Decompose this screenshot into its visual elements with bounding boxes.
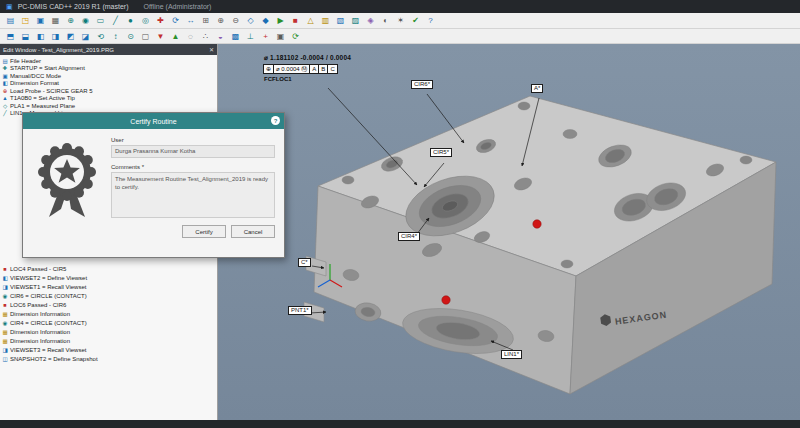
help[interactable]: ? [424, 14, 437, 27]
tree-item[interactable]: ◨ VIEWSET3 = Recall Viewset [2, 345, 217, 354]
check-certify[interactable]: ✔ [409, 14, 422, 27]
tree-item-icon: ◫ [2, 356, 8, 362]
cancel-button[interactable]: Cancel [231, 225, 275, 238]
tree-item-icon: ▣ [2, 73, 8, 79]
cad-rotate[interactable]: ⟲ [94, 30, 107, 43]
level-feature[interactable]: ⊥ [244, 30, 257, 43]
refresh-graphics[interactable]: ⟳ [289, 30, 302, 43]
probe-utilities[interactable]: ⊕ [64, 14, 77, 27]
feature-label-pnt1[interactable]: PNT1* [288, 306, 312, 315]
tree-item[interactable]: ◧ VIEWSET2 = Define Viewset [2, 273, 217, 282]
zoom-out[interactable]: ⊖ [229, 14, 242, 27]
tree-item[interactable]: ▦ Dimension Information [2, 327, 217, 336]
graphic-items[interactable]: ▩ [229, 30, 242, 43]
shaded-view[interactable]: ◆ [259, 14, 272, 27]
view-right[interactable]: ◨ [49, 30, 62, 43]
measured-line[interactable]: ╱ [109, 14, 122, 27]
zoom-fit[interactable]: ⊞ [199, 14, 212, 27]
dimension[interactable]: △ [304, 14, 317, 27]
tree-item-icon: ▦ [2, 338, 8, 344]
tree-item-label: Load Probe - SCIRCE GEAR 5 [10, 88, 93, 94]
stop-execute[interactable]: ■ [289, 14, 302, 27]
view-back[interactable]: ◩ [64, 30, 77, 43]
auto-feature[interactable]: ◉ [79, 14, 92, 27]
user-field[interactable]: Durga Prasanna Kumar Kotha [111, 145, 275, 158]
tree-item[interactable]: ⊕ Load Probe - SCIRCE GEAR 5 [2, 87, 217, 95]
measured-plane[interactable]: ▭ [94, 14, 107, 27]
view-iso[interactable]: ⬒ [4, 30, 17, 43]
certify-button[interactable]: Certify [182, 225, 226, 238]
user-label: User [111, 137, 275, 143]
feature-label-lin1[interactable]: LIN1* [501, 350, 522, 359]
tree-item-label: File Header [10, 58, 41, 64]
probe-toolbox[interactable]: ◈ [364, 14, 377, 27]
gage[interactable]: ◒ [214, 30, 227, 43]
print[interactable]: ▦ [49, 14, 62, 27]
translate-view[interactable]: ↔ [184, 14, 197, 27]
tree-item[interactable]: ■ LOC4 Passed - CIR5 [2, 264, 217, 273]
feature-label-cir5[interactable]: CIR5* [430, 148, 452, 157]
cad-pan[interactable]: ↕ [109, 30, 122, 43]
tree-item[interactable]: ▦ Dimension Information [2, 309, 217, 318]
routine-command-tree: ▤ File Header ✚ STARTUP = Start Alignmen… [0, 55, 217, 117]
datum-label-a[interactable]: A* [531, 84, 543, 93]
cad-model-canvas[interactable]: HEXAGON [218, 44, 800, 420]
define-snapshot[interactable]: ▣ [274, 30, 287, 43]
open-routine[interactable]: ◳ [19, 14, 32, 27]
close-icon[interactable]: ✕ [209, 46, 214, 53]
dcc-mode[interactable]: ▲ [169, 30, 182, 43]
tree-item[interactable]: ◨ VIEWSET1 = Recall Viewset [2, 282, 217, 291]
report-window[interactable]: ▧ [334, 14, 347, 27]
camera-snapshot[interactable]: ◐ [379, 14, 392, 27]
tree-item[interactable]: ◫ SNAPSHOT2 = Define Snapshot [2, 354, 217, 363]
execute[interactable]: ▶ [274, 14, 287, 27]
tree-item[interactable]: ◇ PLA1 = Measured Plane [2, 102, 217, 110]
tree-item[interactable]: ▤ File Header [2, 57, 217, 65]
summary-mode[interactable]: ▨ [349, 14, 362, 27]
tree-item[interactable]: ▣ Manual/DCC Mode [2, 72, 217, 80]
connection-status: Offline (Administrator) [144, 3, 212, 10]
tree-item[interactable]: ◉ CIR4 = CIRCLE (CONTACT) [2, 318, 217, 327]
rotate-view[interactable]: ⟳ [169, 14, 182, 27]
cad-zoom[interactable]: ⊙ [124, 30, 137, 43]
measured-circle[interactable]: ◎ [139, 14, 152, 27]
dialog-header: Certify Routine ? [23, 113, 284, 129]
settings[interactable]: ✶ [394, 14, 407, 27]
view-top[interactable]: ⬓ [19, 30, 32, 43]
tree-item[interactable]: ✚ STARTUP = Start Alignment [2, 65, 217, 73]
tree-item-label: CIR6 = CIRCLE (CONTACT) [10, 293, 87, 299]
measured-point[interactable]: ● [124, 14, 137, 27]
probe-mode[interactable]: ▼ [154, 30, 167, 43]
dialog-help-icon[interactable]: ? [271, 116, 280, 125]
tree-item-icon: ⊕ [2, 88, 8, 94]
comments-field[interactable]: The Measurement Routine Test_Alignment_2… [111, 172, 275, 218]
tree-item-icon: ◨ [2, 284, 8, 290]
zoom-in[interactable]: ⊕ [214, 14, 227, 27]
new-routine[interactable]: ▤ [4, 14, 17, 27]
tree-item-label: CIR4 = CIRCLE (CONTACT) [10, 320, 87, 326]
origin-feature[interactable]: + [259, 30, 272, 43]
feature-id-labels[interactable]: ◌ [184, 30, 197, 43]
view-left[interactable]: ◪ [79, 30, 92, 43]
graphic-display-window[interactable]: HEXAGON ⌀ 1.181102 -0.0004 / 0.0004 ⊕ ⌀ … [218, 44, 800, 420]
save-routine[interactable]: ▣ [34, 14, 47, 27]
wireframe-view[interactable]: ◇ [244, 14, 257, 27]
tree-item[interactable]: ▦ Dimension Information [2, 336, 217, 345]
scale-to-fit[interactable]: ▢ [139, 30, 152, 43]
feature-label-cir4[interactable]: CIR4* [398, 232, 420, 241]
datum-label-c[interactable]: C* [298, 258, 311, 267]
dimension-annotation[interactable]: ⌀ 1.181102 -0.0004 / 0.0004 ⊕ ⌀ 0.0004 Ⓜ… [264, 54, 351, 82]
tree-item[interactable]: ◉ CIR6 = CIRCLE (CONTACT) [2, 291, 217, 300]
view-front[interactable]: ◧ [34, 30, 47, 43]
tree-item-icon: ◉ [2, 293, 8, 299]
tree-item[interactable]: ◧ Dimension Format [2, 80, 217, 88]
tree-item[interactable]: ▲ T1A0B0 = Set Active Tip [2, 95, 217, 103]
show-hits[interactable]: ∴ [199, 30, 212, 43]
comment[interactable]: ▥ [319, 14, 332, 27]
tree-item[interactable]: ■ LOC6 Passed - CIR6 [2, 300, 217, 309]
feature-label-cir6[interactable]: CIR6* [411, 80, 433, 89]
fcf-name: FCFLOC1 [264, 76, 351, 82]
alignment[interactable]: ✚ [154, 14, 167, 27]
status-bar [0, 420, 800, 428]
tree-item-icon: ◨ [2, 347, 8, 353]
